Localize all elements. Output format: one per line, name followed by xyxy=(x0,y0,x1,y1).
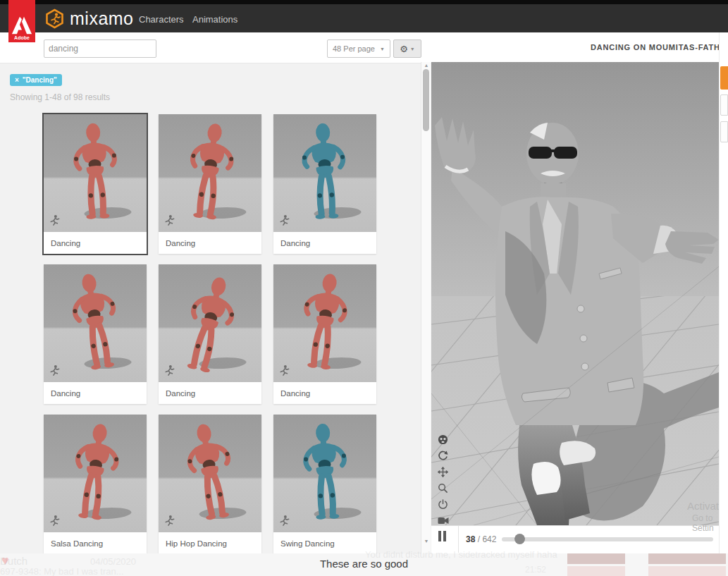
mixamo-hex-icon xyxy=(45,8,64,29)
viewport-3d[interactable] xyxy=(431,62,719,525)
animation-run-icon xyxy=(163,214,175,226)
animation-card[interactable]: Hip Hop Dancing xyxy=(159,415,261,554)
animation-thumbnail xyxy=(159,264,261,382)
animation-thumbnail xyxy=(159,415,261,532)
animation-card[interactable]: Salsa Dancing xyxy=(44,415,147,554)
animation-card[interactable]: Dancing xyxy=(273,114,376,254)
animation-thumbnail xyxy=(159,114,261,232)
animation-run-icon xyxy=(48,364,60,376)
scroll-up-arrow-icon[interactable]: ▲ xyxy=(423,63,430,68)
animation-thumbnail xyxy=(273,264,376,382)
animation-card-label: Dancing xyxy=(273,232,376,254)
sidebar-orange-button-partial[interactable] xyxy=(720,66,728,90)
chat-caption: These are so good xyxy=(0,558,728,570)
adobe-logo[interactable]: Adobe xyxy=(8,0,35,42)
gear-icon: ⚙ xyxy=(400,44,408,54)
animation-run-icon xyxy=(163,515,175,527)
animation-thumbnail xyxy=(44,114,147,232)
pause-button[interactable] xyxy=(438,531,450,542)
tab-characters[interactable]: Characters xyxy=(139,14,184,25)
animation-thumbnail xyxy=(44,264,147,382)
camera-icon[interactable] xyxy=(437,515,449,526)
animation-card[interactable]: Dancing xyxy=(159,114,261,254)
frame-current: 38 xyxy=(466,534,475,544)
animation-card-label: Salsa Dancing xyxy=(44,532,147,554)
animation-card-label: Dancing xyxy=(273,382,376,404)
close-icon[interactable]: × xyxy=(15,76,19,84)
per-page-value: 48 Per page xyxy=(333,44,375,53)
animation-run-icon xyxy=(278,364,290,376)
animation-card[interactable]: Dancing xyxy=(273,264,376,404)
viewer-title: DANCING ON MOUMITAS-FATHER xyxy=(591,43,728,51)
animation-run-icon xyxy=(163,364,175,376)
frame-counter: 38 / 642 xyxy=(466,534,496,544)
orbit-icon[interactable] xyxy=(437,498,449,510)
animation-run-icon xyxy=(278,515,290,527)
sidebar-button-partial[interactable] xyxy=(720,94,728,116)
animation-card-label: Dancing xyxy=(44,382,147,404)
animation-card[interactable]: Dancing xyxy=(159,264,261,404)
animation-card[interactable]: Dancing xyxy=(44,114,147,254)
filter-chip-dancing[interactable]: × "Dancing" xyxy=(10,74,62,86)
mannequin-figure xyxy=(290,120,359,222)
right-sidebar-partial xyxy=(719,32,728,576)
animation-card-label: Hip Hop Dancing xyxy=(159,532,261,554)
adobe-a-icon xyxy=(11,16,32,35)
animation-run-icon xyxy=(278,214,290,226)
search-input[interactable] xyxy=(44,44,162,54)
mannequin-figure xyxy=(288,268,362,374)
sidebar-button-partial[interactable] xyxy=(720,121,728,142)
animation-thumbnail xyxy=(44,415,147,532)
viewer-toolbar xyxy=(437,434,450,526)
mixamo-brand[interactable]: mixamo xyxy=(45,8,134,29)
chevron-down-icon: ▼ xyxy=(380,47,385,51)
animation-card-label: Dancing xyxy=(159,232,261,254)
mixamo-app: { "header": { "adobe_label": "Adobe", "b… xyxy=(0,0,728,576)
animation-thumbnail xyxy=(273,114,376,232)
mannequin-figure xyxy=(58,418,132,524)
character-scene xyxy=(431,62,719,525)
animation-card-label: Dancing xyxy=(159,382,261,404)
filter-chip-label: "Dancing" xyxy=(23,76,57,84)
timeline-slider[interactable] xyxy=(502,537,713,541)
mannequin-figure xyxy=(61,120,129,222)
results-summary: Showing 1-48 of 98 results xyxy=(10,92,110,102)
per-page-select[interactable]: 48 Per page ▼ xyxy=(327,39,390,58)
animation-run-icon xyxy=(48,515,60,527)
mannequin-figure xyxy=(171,417,249,525)
scrollbar-thumb[interactable] xyxy=(423,69,429,131)
mannequin-figure xyxy=(56,267,135,374)
face-toggle-icon[interactable] xyxy=(437,434,449,445)
scroll-down-arrow-icon[interactable]: ▼ xyxy=(423,539,430,544)
pan-icon[interactable] xyxy=(437,466,449,477)
results-scrollbar[interactable]: ▲ ▼ xyxy=(421,62,431,553)
mannequin-figure xyxy=(173,118,247,223)
chevron-down-icon: ▼ xyxy=(410,47,415,51)
animation-thumbnail xyxy=(273,415,376,532)
zoom-icon[interactable] xyxy=(437,482,449,494)
frame-separator: / xyxy=(478,534,480,544)
tab-animations[interactable]: Animations xyxy=(192,14,237,25)
settings-button[interactable]: ⚙ ▼ xyxy=(393,39,421,58)
animation-card-label: Swing Dancing xyxy=(273,532,376,554)
animation-card[interactable]: Swing Dancing xyxy=(273,415,376,554)
animation-run-icon xyxy=(48,214,60,226)
search-box[interactable] xyxy=(44,39,156,58)
animation-card[interactable]: Dancing xyxy=(44,264,147,404)
mannequin-figure xyxy=(290,420,359,522)
brand-name: mixamo xyxy=(70,8,134,29)
frame-total: 642 xyxy=(482,534,496,544)
adobe-label: Adobe xyxy=(14,35,30,40)
reset-view-icon[interactable] xyxy=(437,450,449,461)
animation-card-label: Dancing xyxy=(44,232,147,254)
timeline-handle[interactable] xyxy=(514,534,525,544)
